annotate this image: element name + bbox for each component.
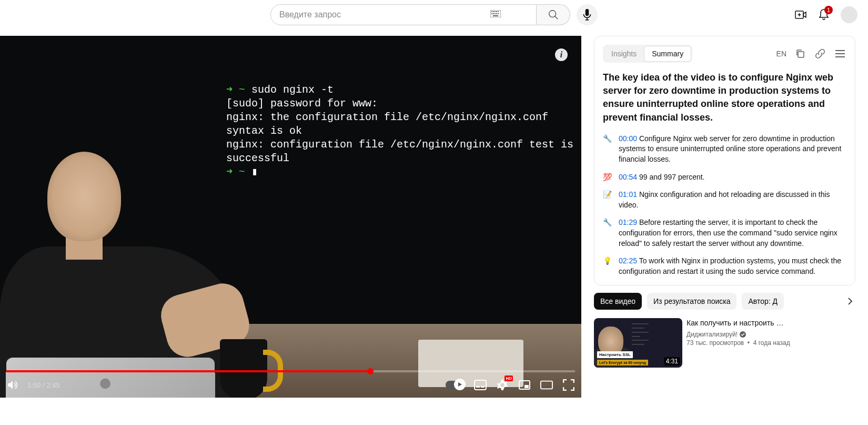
wrench-icon: 🔧 — [603, 134, 613, 165]
svg-rect-22 — [481, 386, 485, 388]
menu-button[interactable] — [834, 47, 846, 60]
theater-icon — [540, 380, 553, 390]
hundred-icon: 💯 — [603, 172, 613, 183]
subtitles-button[interactable] — [474, 379, 487, 391]
link-icon — [815, 48, 825, 59]
theater-button[interactable] — [540, 379, 553, 391]
search-wrap — [270, 4, 598, 25]
fullscreen-icon — [563, 379, 574, 391]
svg-rect-5 — [498, 11, 499, 12]
svg-rect-24 — [524, 385, 529, 388]
bulb-icon: 💡 — [603, 256, 613, 276]
keyboard-icon[interactable] — [490, 10, 501, 19]
timestamp-item: 🔧00:00 Configure Nginx web server for ze… — [603, 134, 846, 165]
timestamp-text: Nginx configuration and hot reloading ar… — [619, 190, 830, 209]
timestamp-item: 💯00:54 99 and 997 percent. — [603, 172, 846, 183]
play-icon — [457, 381, 463, 388]
timestamp-link[interactable]: 01:29 — [619, 218, 637, 226]
chip-from-results[interactable]: Из результатов поиска — [647, 293, 736, 310]
related-meta: Как получить и настроить LetsEncrypt SSL… — [687, 318, 855, 368]
memo-icon: 📝 — [603, 190, 613, 210]
svg-rect-7 — [493, 13, 494, 14]
sidebar: Insights Summary EN The key idea of the … — [581, 36, 868, 398]
avatar[interactable] — [841, 6, 857, 23]
svg-rect-20 — [475, 380, 486, 390]
svg-rect-4 — [496, 11, 497, 12]
timestamp-item: 📝01:01 Nginx configuration and hot reloa… — [603, 190, 846, 210]
filter-chips: Все видео Из результатов поиска Автор: Д — [594, 293, 855, 310]
tab-summary[interactable]: Summary — [644, 46, 691, 62]
notifications-button[interactable]: 1 — [817, 8, 830, 21]
timestamp-text: To work with Nginx in production systems… — [619, 256, 841, 275]
settings-button[interactable]: HD — [496, 379, 509, 391]
timestamp-link[interactable]: 00:00 — [619, 134, 637, 143]
svg-point-12 — [549, 11, 556, 17]
svg-rect-3 — [494, 11, 496, 12]
header-right: 1 — [794, 6, 857, 23]
duration-badge: 4:31 — [664, 357, 680, 365]
related-thumbnail[interactable]: ━━━━━━━━━━━━━━━━━━━━━━━━━━━━━━━━━━━━━━━━… — [594, 318, 682, 368]
miniplayer-icon — [519, 380, 530, 390]
copy-icon — [795, 49, 805, 58]
related-video[interactable]: ━━━━━━━━━━━━━━━━━━━━━━━━━━━━━━━━━━━━━━━━… — [594, 318, 855, 368]
key-idea: The key idea of the video is to configur… — [603, 71, 846, 124]
related-title[interactable]: Как получить и настроить LetsEncrypt SSL… — [687, 318, 786, 329]
svg-rect-14 — [586, 9, 589, 16]
notification-badge: 1 — [824, 6, 833, 14]
microphone-icon — [583, 9, 591, 21]
timestamp-item: 💡02:25 To work with Nginx in production … — [603, 256, 846, 276]
search-button[interactable] — [537, 4, 570, 25]
svg-line-13 — [554, 16, 558, 19]
main: ʆ ➜ ~ sudo nginx -t [sudo] password for … — [0, 29, 868, 398]
create-button[interactable] — [794, 8, 807, 21]
info-card-icon[interactable]: i — [555, 48, 568, 61]
chip-all[interactable]: Все видео — [594, 293, 642, 310]
svg-rect-1 — [491, 11, 492, 12]
svg-rect-26 — [798, 52, 804, 57]
svg-rect-10 — [498, 13, 499, 14]
svg-rect-8 — [494, 13, 496, 14]
tab-insights[interactable]: Insights — [604, 46, 644, 62]
related-channel[interactable]: Диджитализируй! — [687, 331, 855, 338]
chip-scroll-right[interactable] — [842, 293, 859, 310]
timestamp-text: 99 and 997 percent. — [639, 173, 705, 181]
timestamp-text: Before restarting the server, it is impo… — [619, 218, 837, 247]
svg-rect-2 — [493, 11, 494, 12]
language-button[interactable]: EN — [776, 50, 786, 58]
verified-icon — [740, 331, 746, 338]
hd-badge: HD — [504, 375, 513, 381]
miniplayer-button[interactable] — [518, 379, 531, 391]
timestamp-link[interactable]: 02:25 — [619, 256, 637, 265]
timestamp-link[interactable]: 01:01 — [619, 190, 637, 199]
svg-rect-25 — [541, 381, 552, 389]
voice-search-button[interactable] — [577, 4, 598, 25]
hamburger-icon — [835, 50, 845, 57]
chevron-right-icon — [847, 297, 853, 305]
fullscreen-button[interactable] — [562, 379, 575, 391]
video-player[interactable]: ʆ ➜ ~ sudo nginx -t [sudo] password for … — [0, 36, 581, 398]
svg-rect-9 — [496, 13, 497, 14]
create-video-icon — [794, 8, 807, 21]
timestamp-item: 🔧01:29 Before restarting the server, it … — [603, 218, 846, 249]
header: 1 — [0, 0, 868, 29]
related-stats: 73 тыс. просмотров • 4 года назад — [687, 339, 855, 347]
card-actions: EN — [776, 47, 846, 60]
player-controls: 1:50 / 2:45 HD — [0, 372, 581, 398]
summary-tabs: Insights Summary — [603, 45, 692, 63]
timecode: 1:50 / 2:45 — [27, 381, 59, 389]
svg-rect-6 — [491, 13, 492, 14]
timestamp-text: Configure Nginx web server for zero down… — [619, 134, 841, 163]
wrench-icon: 🔧 — [603, 218, 613, 249]
copy-button[interactable] — [794, 47, 806, 60]
mute-button[interactable] — [6, 379, 19, 391]
subtitles-icon — [474, 380, 487, 390]
thumb-badge: Let's Encrypt за 60 секунд — [597, 360, 648, 365]
chip-author[interactable]: Автор: Д — [742, 293, 784, 310]
link-button[interactable] — [814, 47, 826, 60]
timestamp-link[interactable]: 00:54 — [619, 173, 637, 181]
card-header: Insights Summary EN — [603, 45, 846, 63]
terminal-output: ➜ ~ sudo nginx -t [sudo] password for ww… — [226, 83, 581, 179]
volume-icon — [6, 379, 19, 391]
autoplay-toggle[interactable] — [446, 381, 465, 389]
search-icon — [548, 9, 559, 21]
